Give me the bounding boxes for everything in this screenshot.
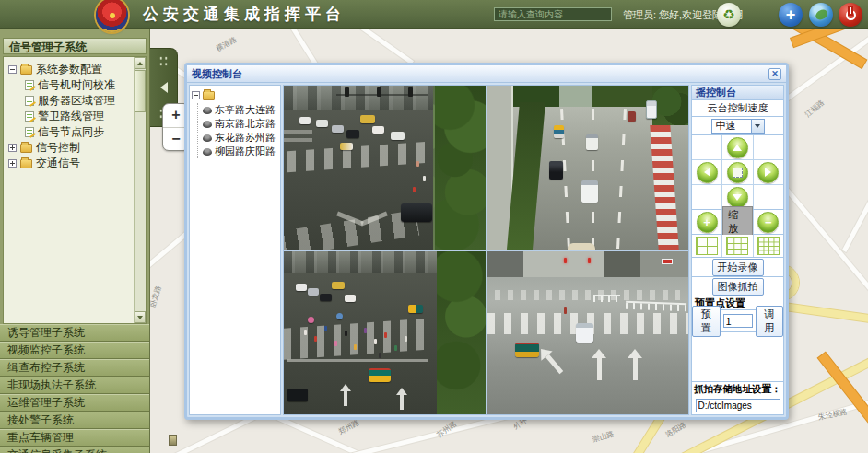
pan-up-button[interactable] — [727, 137, 748, 158]
power-glyph — [846, 10, 856, 20]
sidebar-item-video[interactable]: 视频监控子系统 — [0, 342, 149, 359]
zoom-out-button[interactable]: − — [757, 212, 779, 233]
refresh-icon[interactable]: ♻ — [717, 3, 741, 27]
tree-node[interactable]: 服务器区域管理 — [25, 93, 131, 109]
camera-feed-3[interactable] — [284, 251, 486, 415]
down-arrow-icon — [733, 194, 742, 201]
umbrella — [308, 317, 314, 323]
scene-lane-line — [592, 109, 594, 250]
scene-signal — [345, 87, 349, 97]
camera-item[interactable]: 东花路苏州路 — [203, 131, 278, 145]
vehicle — [360, 115, 375, 123]
camera-item[interactable]: 东亭路大连路 — [203, 103, 278, 117]
document-icon — [25, 111, 34, 122]
tree-node-root[interactable]: 系统参数配置 — [8, 62, 131, 77]
left-sidebar: 信号管理子系统 系统参数配置 信号机时间校准 服务器区域管理 警卫路线管理 — [0, 29, 150, 453]
search-input[interactable] — [494, 7, 612, 21]
camera-dome-icon — [203, 134, 212, 142]
pan-right-button[interactable] — [757, 162, 779, 183]
snapshot-button[interactable]: 图像抓拍 — [712, 278, 764, 296]
ptz-zoom-row: + 缩放 − — [692, 210, 783, 235]
video-grid — [283, 85, 689, 415]
tree-node[interactable]: 信号节点同步 — [25, 124, 131, 140]
vehicle — [628, 111, 636, 122]
grid-4x4-icon[interactable] — [757, 237, 780, 255]
vehicle — [581, 180, 598, 203]
page-title: 公安交通集成指挥平台 — [143, 0, 346, 29]
sidebar-item-guidance[interactable]: 诱导管理子系统 — [0, 324, 149, 342]
scene-signal-bar — [336, 94, 429, 96]
scroll-down-icon[interactable] — [135, 311, 146, 323]
close-icon[interactable]: ✕ — [768, 68, 781, 80]
scene-buildings — [487, 251, 689, 277]
pan-down-button[interactable] — [727, 187, 748, 208]
preset-row: 预置 调用 — [692, 310, 783, 332]
sidebar-item-traffic-info[interactable]: 交通信息采集子系统 — [0, 447, 149, 453]
camera-tree-root[interactable] — [192, 88, 278, 102]
sidebar-item-enforcement[interactable]: 非现场执法子系统 — [0, 377, 149, 394]
pedestrian — [334, 341, 337, 346]
tree-node-label: 交通信号 — [36, 156, 80, 171]
zoom-in-button[interactable]: + — [697, 212, 718, 233]
scene-barrier-fence — [593, 295, 619, 302]
sidebar-item-interception[interactable]: 缉查布控子系统 — [0, 359, 149, 377]
scene-signal — [588, 258, 591, 263]
scroll-thumb[interactable] — [135, 70, 146, 112]
globe-icon[interactable] — [809, 3, 833, 27]
power-logout-icon[interactable] — [839, 3, 862, 27]
sidebar-title: 信号管理子系统 — [3, 38, 147, 54]
add-icon[interactable]: + — [779, 3, 803, 27]
expand-expander-icon[interactable] — [8, 159, 17, 168]
ptz-control-panel: 摇控制台 云台控制速度 中速 — [691, 85, 784, 415]
scene-signboard — [662, 259, 673, 264]
tree-node[interactable]: 信号控制 — [8, 140, 131, 156]
camera-feed-1[interactable] — [284, 86, 486, 250]
scene-signal — [377, 87, 381, 97]
scene-arrow-marking — [535, 344, 567, 378]
dialog-titlebar[interactable]: 视频控制台 ✕ — [187, 65, 786, 83]
camera-feed-4[interactable] — [487, 251, 689, 415]
preset-number-input[interactable] — [723, 314, 753, 328]
camera-dome-icon — [203, 121, 212, 128]
camera-item[interactable]: 南京路北京路 — [203, 117, 278, 131]
vehicle — [586, 134, 598, 150]
sidebar-item-dispatch[interactable]: 接处警子系统 — [0, 412, 149, 429]
badge-star — [110, 13, 115, 18]
collapse-expander-icon[interactable] — [8, 65, 17, 74]
ptz-layout-row — [692, 235, 783, 258]
grid-2x2-icon[interactable] — [696, 237, 718, 255]
collapse-expander-icon[interactable] — [192, 91, 200, 99]
zoom-label: 缩放 — [722, 206, 752, 238]
speed-select[interactable]: 中速 — [711, 119, 765, 134]
road-label: 崇山路 — [591, 429, 615, 445]
scene-buildings — [284, 251, 437, 274]
storage-path-input[interactable] — [696, 399, 780, 412]
grid-3x3-icon[interactable] — [726, 237, 748, 255]
vehicle — [299, 117, 311, 124]
umbrella — [336, 313, 343, 319]
chevron-down-icon[interactable] — [751, 120, 764, 133]
scroll-up-icon[interactable] — [135, 57, 146, 69]
pan-home-button[interactable] — [727, 162, 748, 183]
dialog-body: 东亭路大连路 南京路北京路 东花路苏州路 柳园路庆阳路 — [187, 83, 786, 417]
scene-trees — [652, 86, 688, 125]
pedestrian — [374, 339, 377, 344]
tree-scrollbar[interactable] — [134, 57, 146, 323]
scene-crosswalk — [287, 141, 428, 172]
pedestrian — [379, 353, 381, 358]
expand-expander-icon[interactable] — [8, 144, 17, 152]
sidebar-item-key-vehicles[interactable]: 重点车辆管理 — [0, 429, 149, 447]
apps-grid-icon[interactable] — [749, 6, 768, 24]
camera-feed-2[interactable] — [487, 86, 689, 250]
vehicle — [308, 288, 319, 296]
tree-node[interactable]: 信号机时间校准 — [25, 77, 131, 93]
dpad-cell — [754, 135, 783, 159]
pan-left-button[interactable] — [697, 162, 718, 183]
pedestrian — [364, 328, 367, 333]
tree-node[interactable]: 交通信号 — [8, 156, 131, 171]
tree-node-label: 信号节点同步 — [38, 124, 104, 140]
start-record-button[interactable]: 开始录像 — [712, 259, 764, 276]
sidebar-item-ops[interactable]: 运维管理子系统 — [0, 394, 149, 412]
tree-node[interactable]: 警卫路线管理 — [25, 109, 131, 124]
camera-item[interactable]: 柳园路庆阳路 — [203, 145, 278, 158]
